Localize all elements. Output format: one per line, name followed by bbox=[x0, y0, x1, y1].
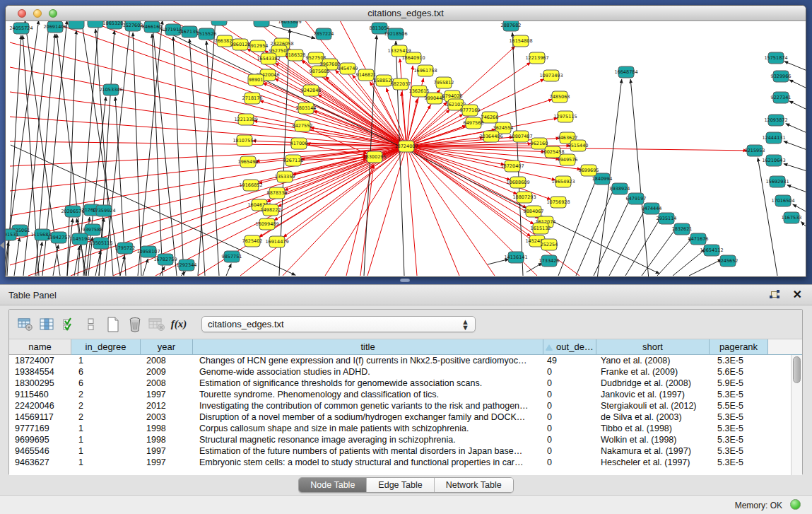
table-cell[interactable]: 9777169 bbox=[9, 423, 71, 434]
table-cell[interactable]: 0 bbox=[543, 411, 596, 423]
table-cell[interactable]: 1 bbox=[71, 423, 141, 434]
graph-node[interactable] bbox=[254, 21, 269, 27]
graph-node[interactable] bbox=[69, 21, 84, 29]
create-new-column-icon[interactable] bbox=[104, 315, 122, 334]
table-cell[interactable]: 5.6E-5 bbox=[710, 366, 768, 378]
table-cell[interactable]: 6 bbox=[71, 378, 141, 389]
table-cell[interactable]: 22420046 bbox=[9, 400, 71, 411]
table-cell[interactable]: 2 bbox=[71, 411, 141, 423]
table-row[interactable]: 911546021997Tourette syndrome. Phenomeno… bbox=[9, 389, 791, 400]
show-column-icon[interactable] bbox=[38, 315, 57, 334]
table-row[interactable]: 969969511998Structural magnetic resonanc… bbox=[9, 434, 791, 445]
scrollbar-thumb[interactable] bbox=[793, 356, 801, 383]
table-row[interactable]: 977716911998Corpus callosum shape and si… bbox=[9, 423, 791, 434]
table-vertical-scrollbar[interactable] bbox=[791, 355, 802, 475]
table-cell[interactable]: 14569117 bbox=[9, 411, 71, 423]
table-cell[interactable]: 1997 bbox=[141, 457, 193, 468]
column-header-title[interactable]: title bbox=[193, 339, 543, 355]
table-cell[interactable]: Estimation of the future numbers of pati… bbox=[193, 445, 543, 457]
table-cell[interactable]: 0 bbox=[543, 423, 596, 434]
table-row[interactable]: 1830029562008Estimation of significance … bbox=[9, 378, 791, 389]
table-cell[interactable]: Dudbridge et al. (2008) bbox=[596, 378, 710, 389]
table-cell[interactable]: 1998 bbox=[141, 434, 193, 445]
table-cell[interactable]: 5.3E-5 bbox=[710, 389, 768, 400]
table-cell[interactable]: 0 bbox=[543, 400, 596, 411]
unselect-all-columns-icon[interactable] bbox=[82, 315, 100, 334]
network-canvas[interactable]: 2405572420691406106532871527602846616010… bbox=[6, 21, 806, 276]
table-cell[interactable]: Nakamura et al. (1997) bbox=[596, 445, 710, 457]
table-selector-dropdown[interactable]: citations_edges.txt ▲▼ bbox=[201, 316, 476, 332]
table-cell[interactable]: Disruption of a novel member of a sodium… bbox=[193, 411, 543, 423]
table-cell[interactable]: 1 bbox=[71, 445, 141, 457]
table-cell[interactable]: 2008 bbox=[141, 355, 193, 366]
memory-status-icon[interactable] bbox=[790, 499, 801, 510]
tab-node-table[interactable]: Node Table bbox=[299, 478, 367, 492]
window-titlebar[interactable]: citations_edges.txt bbox=[6, 6, 806, 21]
table-cell[interactable]: 0 bbox=[543, 378, 596, 389]
table-cell[interactable]: 2003 bbox=[141, 411, 193, 423]
close-panel-icon[interactable]: ✕ bbox=[793, 288, 802, 302]
column-header-in_degree[interactable]: in_degree bbox=[71, 339, 141, 355]
table-cell[interactable]: 1 bbox=[71, 434, 141, 445]
select-all-columns-icon[interactable] bbox=[60, 315, 78, 334]
table-cell[interactable]: 1 bbox=[71, 355, 141, 366]
table-cell[interactable]: Franke et al. (2009) bbox=[596, 366, 710, 378]
table-cell[interactable]: 5.5E-5 bbox=[710, 400, 768, 411]
table-cell[interactable]: 1997 bbox=[141, 389, 193, 400]
column-header-out_de[interactable]: out_de… bbox=[543, 339, 596, 355]
table-cell[interactable]: 9463627 bbox=[9, 457, 71, 468]
table-cell[interactable]: Tibbo et al. (1998) bbox=[596, 423, 710, 434]
table-row[interactable]: 946554611997Estimation of the future num… bbox=[9, 445, 791, 457]
table-cell[interactable]: 5.3E-5 bbox=[710, 457, 768, 468]
table-cell[interactable]: Yano et al. (2008) bbox=[596, 355, 710, 366]
table-row[interactable]: 1872400712008Changes of HCN gene express… bbox=[9, 355, 791, 366]
table-cell[interactable]: Jankovic et al. (1997) bbox=[596, 389, 710, 400]
table-cell[interactable]: 2 bbox=[71, 389, 141, 400]
table-cell[interactable]: 9699695 bbox=[9, 434, 71, 445]
float-panel-icon[interactable] bbox=[770, 290, 781, 301]
table-cell[interactable]: 18300295 bbox=[9, 378, 71, 389]
table-cell[interactable]: 1997 bbox=[141, 445, 193, 457]
column-header-year[interactable]: year bbox=[141, 339, 193, 355]
panel-collapse-arrow-icon[interactable] bbox=[0, 242, 4, 249]
table-cell[interactable]: 0 bbox=[543, 366, 596, 378]
table-cell[interactable]: 9465546 bbox=[9, 445, 71, 457]
table-cell[interactable]: Estimation of significance thresholds fo… bbox=[193, 378, 543, 389]
delete-column-icon[interactable] bbox=[126, 315, 144, 334]
table-cell[interactable]: Structural magnetic resonance image aver… bbox=[193, 434, 543, 445]
column-header-short[interactable]: short bbox=[596, 339, 710, 355]
table-cell[interactable]: Stergiakouli et al. (2012) bbox=[596, 400, 710, 411]
table-row[interactable]: 2242004622012Investigating the contribut… bbox=[9, 400, 791, 411]
function-builder-icon[interactable]: f(x) bbox=[170, 315, 188, 334]
table-cell[interactable]: Wolkin et al. (1998) bbox=[596, 434, 710, 445]
table-cell[interactable]: 2012 bbox=[141, 400, 193, 411]
table-cell[interactable]: 49 bbox=[543, 355, 596, 366]
table-cell[interactable]: Investigating the contribution of common… bbox=[193, 400, 543, 411]
tab-network-table[interactable]: Network Table bbox=[435, 478, 513, 492]
table-row[interactable]: 1938455462009Genome-wide association stu… bbox=[9, 366, 791, 378]
tab-edge-table[interactable]: Edge Table bbox=[367, 478, 434, 492]
table-cell[interactable]: de Silva et al. (2003) bbox=[596, 411, 710, 423]
table-cell[interactable]: 5.3E-5 bbox=[710, 445, 768, 457]
table-cell[interactable]: 1998 bbox=[141, 423, 193, 434]
table-cell[interactable]: 2008 bbox=[141, 378, 193, 389]
table-cell[interactable]: Corpus callosum shape and size in male p… bbox=[193, 423, 543, 434]
table-cell[interactable]: 5.3E-5 bbox=[710, 434, 768, 445]
column-header-pagerank[interactable]: pagerank bbox=[710, 339, 768, 355]
table-cell[interactable]: 19384554 bbox=[9, 366, 71, 378]
table-cell[interactable]: Embryonic stem cells: a model to study s… bbox=[193, 457, 543, 468]
table-row[interactable]: 1456911722003Disruption of a novel membe… bbox=[9, 411, 791, 423]
table-cell[interactable]: 0 bbox=[543, 457, 596, 468]
table-cell[interactable]: 5.3E-5 bbox=[710, 355, 768, 366]
table-cell[interactable]: 0 bbox=[543, 445, 596, 457]
table-cell[interactable]: 2009 bbox=[141, 366, 193, 378]
network-view-window[interactable]: citations_edges.txt 24055724206914061065… bbox=[5, 5, 806, 277]
column-header-name[interactable]: name bbox=[9, 339, 71, 355]
table-cell[interactable]: 0 bbox=[543, 389, 596, 400]
table-cell[interactable]: Changes of HCN gene expression and I(f) … bbox=[193, 355, 543, 366]
graph-node[interactable] bbox=[88, 21, 103, 28]
table-cell[interactable]: 2 bbox=[71, 400, 141, 411]
table-cell[interactable]: Hescheler et al. (1997) bbox=[596, 457, 710, 468]
table-cell[interactable]: 6 bbox=[71, 366, 141, 378]
table-cell[interactable]: Tourette syndrome. Phenomenology and cla… bbox=[193, 389, 543, 400]
